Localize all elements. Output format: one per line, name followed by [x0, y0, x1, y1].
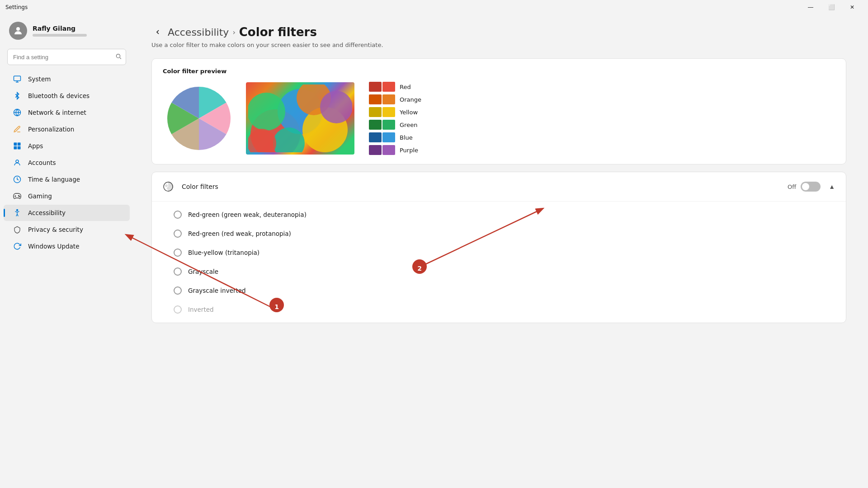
- sidebar-item-personalization[interactable]: Personalization: [4, 121, 130, 137]
- svg-point-11: [16, 160, 19, 163]
- gaming-icon: [13, 192, 22, 201]
- preview-images: Red Orange: [163, 82, 835, 155]
- system-icon: [13, 75, 22, 84]
- svg-rect-10: [18, 146, 21, 150]
- swatch-label: Green: [400, 122, 425, 128]
- option-inverted[interactable]: Inverted: [152, 300, 846, 319]
- sidebar-item-label: Apps: [28, 142, 43, 150]
- sidebar-item-accounts[interactable]: Accounts: [4, 155, 130, 171]
- svg-point-16: [19, 196, 20, 197]
- sidebar-item-label: Bluetooth & devices: [28, 92, 90, 99]
- radio-label: Red-green (red weak, protanopia): [188, 230, 291, 237]
- bluetooth-icon: [13, 91, 22, 100]
- sidebar-item-windows-update[interactable]: Windows Update: [4, 238, 130, 254]
- svg-point-23: [320, 91, 352, 123]
- toggle-label: Off: [788, 183, 796, 190]
- sidebar-item-bluetooth[interactable]: Bluetooth & devices: [4, 88, 130, 104]
- minimize-button[interactable]: —: [800, 0, 821, 14]
- svg-rect-7: [14, 143, 17, 146]
- app-body: Rafly Gilang: [0, 14, 868, 488]
- breadcrumb-separator: ›: [232, 28, 235, 37]
- radio-circle: [174, 211, 182, 219]
- user-section[interactable]: Rafly Gilang: [0, 14, 133, 47]
- section-chevron[interactable]: ▲: [827, 181, 837, 192]
- close-button[interactable]: ✕: [842, 0, 863, 14]
- main-content: Accessibility › Color filters Use a colo…: [133, 14, 868, 488]
- page-subtitle: Use a color filter to make colors on you…: [151, 42, 846, 48]
- sidebar-item-label: Privacy & security: [28, 226, 83, 233]
- time-icon: [13, 175, 22, 184]
- radio-label: Grayscale inverted: [188, 287, 246, 294]
- sidebar-item-label: Accounts: [28, 159, 56, 166]
- option-grayscale[interactable]: Grayscale: [152, 262, 846, 281]
- app-title: Settings: [5, 4, 28, 10]
- svg-point-29: [167, 187, 170, 190]
- section-title: Color filters: [182, 183, 788, 190]
- swatch-label: Purple: [400, 147, 425, 154]
- color-filters-header[interactable]: Color filters Off ▲: [152, 172, 846, 202]
- flower-image: [246, 82, 354, 155]
- color-wheel-image: [163, 82, 235, 155]
- radio-circle: [174, 249, 182, 257]
- option-protanopia[interactable]: Red-green (red weak, protanopia): [152, 224, 846, 243]
- swatch-label: Yellow: [400, 109, 425, 116]
- swatch-row-orange: Orange: [369, 94, 425, 104]
- option-deuteranopia[interactable]: Red-green (green weak, deuteranopia): [152, 205, 846, 224]
- search-input[interactable]: [7, 49, 126, 65]
- sidebar-item-label: System: [28, 75, 51, 83]
- window-controls: — ⬜ ✕: [800, 0, 863, 14]
- back-button[interactable]: [151, 26, 164, 38]
- radio-label: Blue-yellow (tritanopia): [188, 249, 259, 256]
- color-filters-toggle[interactable]: [801, 182, 821, 192]
- personalization-icon: [13, 125, 22, 134]
- option-grayscale-inverted[interactable]: Grayscale inverted: [152, 281, 846, 300]
- swatch-row-red: Red: [369, 82, 425, 92]
- svg-rect-9: [14, 146, 17, 150]
- avatar: [9, 22, 27, 40]
- radio-circle: [174, 286, 182, 295]
- svg-point-28: [169, 184, 171, 187]
- sidebar-item-network[interactable]: Network & internet: [4, 104, 130, 121]
- option-tritanopia[interactable]: Blue-yellow (tritanopia): [152, 243, 846, 262]
- maximize-button[interactable]: ⬜: [821, 0, 842, 14]
- swatch-row-green: Green: [369, 120, 425, 130]
- sidebar-item-time[interactable]: Time & language: [4, 171, 130, 188]
- apps-icon: [13, 141, 22, 150]
- sidebar-item-label: Windows Update: [28, 243, 79, 250]
- swatch-row-purple: Purple: [369, 145, 425, 155]
- windows-update-icon: [13, 242, 22, 251]
- svg-rect-8: [18, 143, 21, 146]
- breadcrumb-current: Color filters: [239, 25, 317, 39]
- swatch-label: Orange: [400, 96, 425, 103]
- sidebar-item-privacy[interactable]: Privacy & security: [4, 221, 130, 238]
- svg-point-1: [116, 54, 120, 58]
- user-name: Rafly Gilang: [33, 25, 87, 32]
- sidebar-nav: System Bluetooth & devices: [0, 70, 133, 255]
- svg-point-21: [248, 93, 285, 131]
- radio-options: Red-green (green weak, deuteranopia) Red…: [152, 202, 846, 323]
- sidebar-item-label: Personalization: [28, 126, 74, 133]
- toggle-area: Off ▲: [788, 181, 837, 192]
- sidebar-item-gaming[interactable]: Gaming: [4, 188, 130, 204]
- svg-point-27: [165, 184, 168, 187]
- radio-label: Grayscale: [188, 268, 218, 275]
- sidebar-item-system[interactable]: System: [4, 71, 130, 87]
- swatch-row-blue: Blue: [369, 132, 425, 142]
- radio-label: Red-green (green weak, deuteranopia): [188, 211, 307, 218]
- radio-circle: [174, 267, 182, 276]
- svg-point-17: [17, 210, 18, 211]
- svg-rect-3: [14, 76, 21, 81]
- breadcrumb: Accessibility › Color filters: [151, 25, 846, 39]
- sidebar-item-label: Network & internet: [28, 109, 86, 116]
- swatch-label: Red: [400, 84, 425, 90]
- accessibility-icon: [13, 208, 22, 217]
- network-icon: [13, 108, 22, 117]
- color-filters-section: Color filters Off ▲ Red-green (green wea…: [151, 172, 846, 323]
- search-icon: [115, 53, 122, 61]
- search-box: [7, 49, 126, 65]
- app-window: Settings — ⬜ ✕ Rafly Gilang: [0, 0, 868, 488]
- sidebar-item-apps[interactable]: Apps: [4, 138, 130, 154]
- privacy-icon: [13, 225, 22, 234]
- sidebar-item-label: Gaming: [28, 192, 52, 200]
- sidebar-item-accessibility[interactable]: Accessibility: [4, 205, 130, 221]
